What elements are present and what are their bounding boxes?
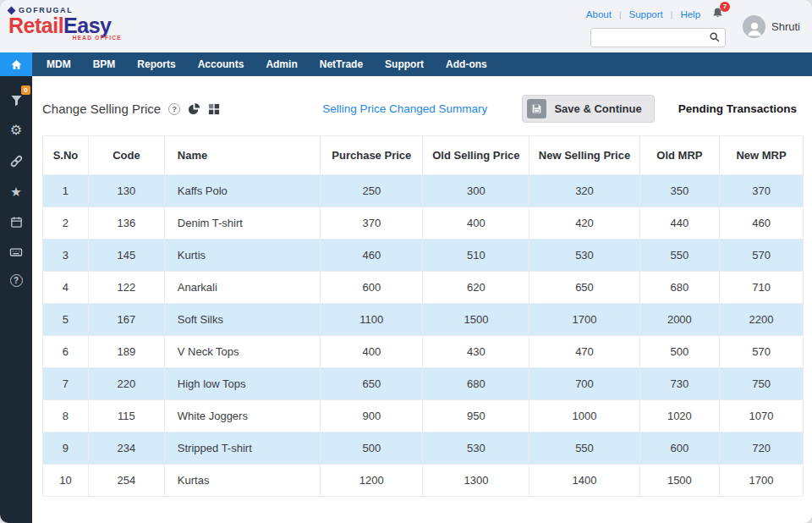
cell-new-mrp: 460 [720,207,804,239]
cell-code: 167 [88,304,164,336]
gear-icon[interactable]: ⚙ [8,122,25,139]
cell-s-no: 5 [43,304,89,336]
notification-bell-icon[interactable]: 7 [711,7,724,23]
column-header-new-selling-price: New Selling Price [529,136,639,175]
save-continue-button[interactable]: Save & Continue [522,95,654,123]
cell-code: 130 [88,175,164,207]
table-row[interactable]: 6189V Neck Tops400430470500570 [43,336,804,368]
cell-new-mrp: 710 [720,272,804,304]
summary-link[interactable]: Selling Price Changed Summary [288,102,522,115]
cell-purchase-price: 650 [321,368,423,400]
cell-old-mrp: 550 [639,239,719,272]
cell-s-no: 4 [43,272,89,304]
column-header-old-selling-price: Old Selling Price [423,136,529,175]
cell-new-selling-price: 1000 [529,400,639,432]
cell-old-mrp: 1020 [639,400,719,432]
table-row[interactable]: 5167Soft Silks11001500170020002200 [43,304,804,336]
top-link-about[interactable]: About [586,9,612,19]
help-icon[interactable]: ? [10,274,23,287]
topbar-right: About|Support|Help 7 [586,6,800,47]
cell-code: 220 [88,368,164,400]
calendar-icon[interactable] [8,213,25,230]
filter-icon[interactable]: 0 [8,91,25,108]
table-body: 1130Kaffs Polo2503003203503702136Denim T… [43,175,804,497]
cell-old-mrp: 2000 [639,304,719,336]
cell-code: 115 [88,400,164,432]
link-icon[interactable] [8,152,25,169]
cell-old-mrp: 500 [639,336,719,368]
column-header-s-no: S.No [43,136,89,175]
title-row: Change Selling Price ? [42,95,804,123]
nav-item-nettrade[interactable]: NetTrade [309,52,374,76]
table-row[interactable]: 9234Stripped T-shirt500530550600720 [43,432,804,465]
save-icon [527,99,546,118]
cell-old-mrp: 350 [639,175,719,207]
head-office-label: HEAD OFFICE [8,35,122,41]
cell-old-selling-price: 1300 [423,465,529,497]
cell-old-selling-price: 400 [423,207,529,239]
nav-item-accounts[interactable]: Accounts [187,52,255,76]
brand-logo: GOFRUGAL RetailEasy HEAD OFFICE [8,6,186,47]
cell-code: 145 [88,239,164,272]
main-content: Change Selling Price ? [32,76,812,523]
cell-s-no: 6 [43,336,89,368]
table-header-row: S.NoCodeNamePurchase PriceOld Selling Pr… [43,136,804,175]
pie-chart-icon[interactable] [188,102,200,115]
product-name: RetailEasy [8,14,186,36]
table-row[interactable]: 1130Kaffs Polo250300320350370 [43,175,804,207]
table-row[interactable]: 10254Kurtas12001300140015001700 [43,465,804,497]
nav-item-reports[interactable]: Reports [126,52,186,76]
cell-code: 136 [88,207,164,239]
home-button[interactable] [0,52,32,76]
cell-s-no: 2 [43,207,89,239]
table-row[interactable]: 8115White Joggers900950100010201070 [43,400,804,432]
top-link-help[interactable]: Help [680,9,700,19]
cell-purchase-price: 1100 [321,304,423,336]
cell-code: 189 [88,336,164,368]
cell-s-no: 1 [43,175,89,207]
top-link-support[interactable]: Support [628,9,662,19]
cell-new-mrp: 570 [720,336,804,368]
pending-transactions-label: Pending Transactions [678,102,797,115]
cell-code: 122 [88,272,164,304]
cell-old-selling-price: 510 [423,239,529,272]
table-row[interactable]: 3145Kurtis460510530550570 [43,239,804,272]
page-title: Change Selling Price [42,102,161,116]
keyboard-icon[interactable] [8,244,25,261]
cell-purchase-price: 460 [321,239,423,272]
cell-new-selling-price: 650 [529,272,639,304]
cell-code: 254 [88,465,164,497]
cell-old-mrp: 600 [639,432,719,465]
cell-code: 234 [88,432,164,465]
nav-item-bpm[interactable]: BPM [82,52,127,76]
nav-item-add-ons[interactable]: Add-ons [435,52,498,76]
cell-purchase-price: 500 [321,432,423,465]
cell-new-mrp: 720 [720,432,804,465]
nav-item-mdm[interactable]: MDM [36,52,82,76]
nav-item-admin[interactable]: Admin [255,52,308,76]
search-input[interactable] [597,31,709,43]
cell-new-selling-price: 530 [529,239,639,272]
column-header-old-mrp: Old MRP [639,136,719,175]
cell-name: Kurtis [164,239,320,272]
app-window: GOFRUGAL RetailEasy HEAD OFFICE About|Su… [0,0,812,523]
table-row[interactable]: 2136Denim T-shirt370400420440460 [43,207,804,239]
price-table: S.NoCodeNamePurchase PriceOld Selling Pr… [42,135,804,497]
nav-item-support[interactable]: Support [374,52,435,76]
cell-new-selling-price: 420 [529,207,639,239]
user-menu[interactable]: Shruti [743,15,800,38]
title-help-icon[interactable]: ? [168,103,180,115]
search-row [590,28,726,47]
search-box [590,28,726,47]
cell-new-selling-price: 550 [529,432,639,465]
cell-old-mrp: 730 [639,368,719,400]
link-separator: | [619,10,622,19]
star-icon[interactable]: ★ [8,183,25,200]
topbar-links: About|Support|Help [586,9,700,19]
cell-purchase-price: 600 [321,272,423,304]
grid-view-icon[interactable] [208,103,220,115]
cell-name: Kurtas [164,465,320,497]
table-row[interactable]: 7220High low Tops650680700730750 [43,368,804,400]
table-row[interactable]: 4122Anarkali600620650680710 [43,272,804,304]
search-icon[interactable] [709,31,721,43]
